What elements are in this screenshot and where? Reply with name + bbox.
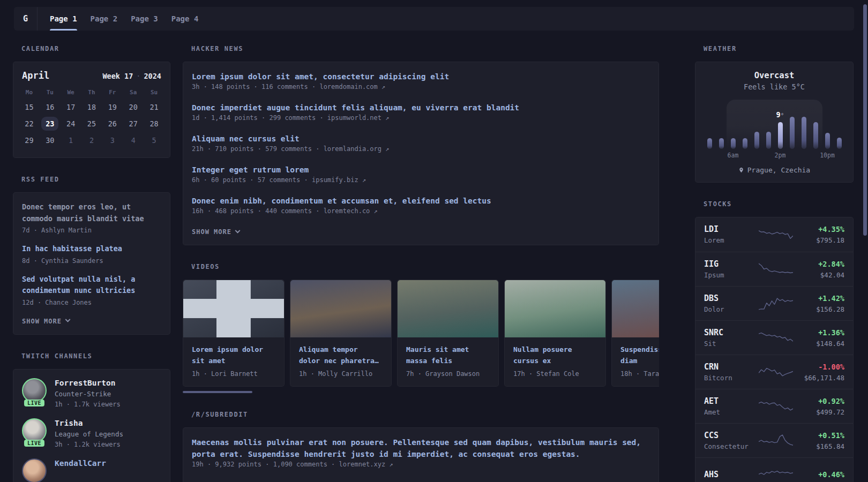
rss-show-more-button[interactable]: SHOW MORE — [22, 318, 70, 325]
right-column: WEATHER Overcast Feels like 5°C 9° 6am2p… — [695, 37, 854, 482]
stock-name: Dolor — [704, 305, 759, 314]
stock-values: +4.35%$795.18 — [793, 224, 844, 245]
rss-item-title[interactable]: Sed volutpat nulla nisl, a condimentum n… — [22, 274, 161, 297]
stock-id: SNRCSit — [704, 328, 759, 348]
video-title[interactable]: Suspendisse tempor diam — [620, 344, 659, 366]
stock-symbol: AHS — [704, 470, 759, 480]
twitch-channel-name[interactable]: ForrestBurton — [55, 378, 121, 388]
video-title[interactable]: Lorem ipsum dolor sit amet consectetu… — [192, 344, 275, 366]
weather-card: Overcast Feels like 5°C 9° 6am2pm10pm Pr… — [695, 62, 854, 183]
hacker-news-widget-title: HACKER NEWS — [191, 45, 659, 52]
rss-item-title[interactable]: In hac habitasse platea — [22, 243, 161, 255]
tab-label: Page 2 — [91, 14, 118, 23]
calendar-date: 15 — [19, 99, 40, 115]
stock-row-ahs[interactable]: AHS+0.46% — [695, 457, 853, 482]
weather-hour-label: 6am — [728, 152, 739, 159]
weather-hour-label: 2pm — [775, 152, 786, 159]
video-title[interactable]: Aliquam tempor dolor nec pharetra… — [299, 344, 383, 366]
hn-item: Integer eget rutrum lorem6h · 60 points … — [192, 164, 650, 185]
stock-values: +1.36%$148.64 — [793, 328, 844, 348]
weather-hour-labels: 6am2pm10pm — [707, 152, 842, 159]
hn-item-meta: 16h · 468 points · 440 comments · loremt… — [192, 207, 650, 216]
calendar-date-label: 27 — [125, 117, 142, 131]
hn-item-title[interactable]: Donec enim nibh, condimentum et accumsan… — [192, 195, 650, 207]
map-pin-icon — [738, 167, 744, 174]
stock-name: Bitcorn — [704, 373, 759, 382]
stock-sparkline — [759, 330, 793, 346]
video-thumbnail[interactable] — [290, 280, 391, 337]
stock-row-crn[interactable]: CRNBitcorn-1.00%$66,171.48 — [695, 355, 853, 389]
stock-sparkline — [759, 227, 793, 243]
weather-bar — [766, 132, 771, 149]
stock-name: Sit — [704, 339, 759, 348]
twitch-widget: TWITCH CHANNELS LIVEForrestBurtonCounter… — [13, 352, 170, 482]
calendar-date: 30 — [40, 132, 61, 148]
stock-sparkline — [759, 467, 793, 482]
calendar-date-selected: 23 — [40, 115, 61, 132]
stock-sparkline — [759, 433, 793, 449]
stock-symbol: CRN — [704, 362, 759, 372]
weather-daylight-highlight — [727, 100, 822, 149]
video-thumbnail[interactable] — [505, 280, 605, 337]
stock-values: +0.46% — [793, 470, 844, 480]
calendar-day-headers: MoTuWeThFrSaSu — [13, 81, 170, 96]
left-column: CALENDAR April Week 17·2024 MoTuWeThFrSa… — [13, 37, 170, 482]
video-thumbnail[interactable] — [183, 280, 284, 337]
twitch-channel-name[interactable]: Trisha — [55, 418, 123, 428]
twitch-channel-name[interactable]: KendallCarr — [55, 458, 106, 469]
video-title[interactable]: Mauris sit amet massa felis — [406, 344, 490, 366]
stock-row-ccs[interactable]: CCSConsectetur+0.51%$165.84 — [695, 423, 853, 457]
calendar-header: April Week 17·2024 — [13, 62, 170, 81]
calendar-date: 27 — [123, 115, 144, 132]
calendar-day-header: Mo — [19, 89, 40, 96]
hn-item-title[interactable]: Lorem ipsum dolor sit amet, consectetur … — [192, 71, 650, 82]
stock-row-ldi[interactable]: LDILorem+4.35%$795.18 — [695, 217, 853, 252]
calendar-date: 3 — [102, 132, 123, 148]
hn-show-more-button[interactable]: SHOW MORE — [192, 228, 240, 236]
page-scrollbar[interactable] — [863, 4, 867, 236]
hn-item-title[interactable]: Aliquam nec cursus elit — [192, 133, 650, 145]
video-title[interactable]: Nullam posuere cursus ex — [513, 344, 597, 366]
video-thumbnail[interactable] — [398, 280, 498, 337]
calendar-month: April — [22, 70, 49, 81]
hn-item-title[interactable]: Donec imperdiet augue tincidunt felis al… — [192, 102, 650, 114]
videos-scrollbar[interactable] — [183, 391, 252, 393]
tab-page-3[interactable]: Page 3 — [131, 7, 158, 31]
subreddit-post-title[interactable]: Maecenas mollis pulvinar erat non posuer… — [192, 436, 650, 460]
weather-bar — [719, 138, 724, 149]
stock-symbol: AET — [704, 396, 759, 406]
twitch-channel-row: KendallCarr — [22, 458, 161, 482]
tab-page-4[interactable]: Page 4 — [171, 7, 199, 31]
calendar-date: 2 — [81, 132, 102, 148]
tab-page-1[interactable]: Page 1 — [50, 7, 77, 31]
stock-name: Consectetur — [704, 442, 759, 451]
weather-location-row: Prague, Czechia — [695, 166, 853, 174]
app-logo[interactable]: G — [14, 7, 38, 31]
stock-row-aet[interactable]: AETAmet+0.92%$499.72 — [695, 389, 853, 423]
tab-label: Page 1 — [50, 14, 77, 23]
stock-symbol: LDI — [704, 224, 759, 235]
channel-avatar[interactable] — [22, 458, 47, 482]
stock-price: $499.72 — [793, 408, 844, 417]
video-thumbnail[interactable] — [612, 280, 659, 337]
stock-row-snrc[interactable]: SNRCSit+1.36%$148.64 — [695, 320, 853, 355]
hn-item-meta: 6h · 60 points · 57 comments · ipsumify.… — [192, 176, 650, 185]
videos-widget-title: VIDEOS — [191, 263, 659, 270]
stock-row-dbs[interactable]: DBSDolor+1.42%$156.28 — [695, 286, 853, 320]
tab-page-2[interactable]: Page 2 — [91, 7, 118, 31]
sparkline-chart — [759, 467, 793, 482]
hn-item-title[interactable]: Integer eget rutrum lorem — [192, 164, 650, 176]
weather-current-temp: 9° — [776, 110, 784, 119]
calendar-day-header: Fr — [102, 89, 123, 96]
calendar-date-label: 5 — [148, 133, 161, 147]
stock-row-iig[interactable]: IIGIpsum+2.84%$42.04 — [695, 252, 853, 286]
twitch-channel-info: ForrestBurtonCounter-Strike1h · 1.7k vie… — [55, 378, 121, 409]
weather-location: Prague, Czechia — [747, 166, 810, 174]
twitch-card: LIVEForrestBurtonCounter-Strike1h · 1.7k… — [13, 369, 170, 482]
active-tab-underline — [50, 29, 77, 31]
weather-bar — [731, 138, 736, 149]
twitch-channel-game: League of Legends — [55, 429, 123, 439]
rss-item-title[interactable]: Donec tempor eros leo, ut commodo mauris… — [22, 201, 161, 224]
calendar-date: 22 — [19, 115, 40, 132]
video-card: Lorem ipsum dolor sit amet consectetu…1h… — [183, 280, 285, 387]
